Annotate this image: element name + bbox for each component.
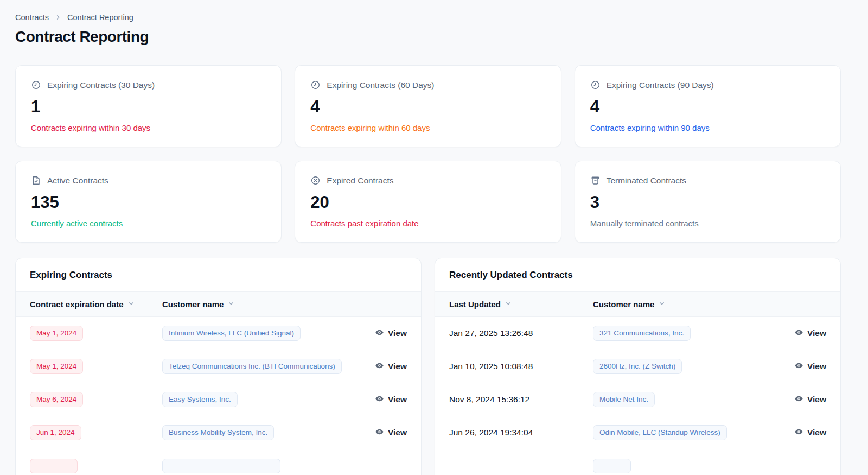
table-row: Jun 26, 2024 19:34:04 Odin Mobile, LLC (… <box>435 416 840 449</box>
chevron-down-icon <box>658 300 666 309</box>
expiring-contracts-table: Expiring Contracts Contract expiration d… <box>15 258 422 475</box>
last-updated-timestamp: Jun 26, 2024 19:34:04 <box>449 428 533 438</box>
eye-icon <box>794 361 803 372</box>
expiration-date-badge <box>30 459 78 473</box>
view-button[interactable]: View <box>375 361 407 372</box>
chevron-down-icon <box>505 300 512 309</box>
contract-reporting-page: Contracts Contract Reporting Contract Re… <box>0 0 868 475</box>
last-updated-timestamp: Nov 8, 2024 15:36:12 <box>449 395 529 404</box>
stat-card-value: 4 <box>310 97 545 117</box>
table-header-row: Contract expiration date Customer name <box>16 291 421 317</box>
table-title: Expiring Contracts <box>16 258 421 291</box>
stat-card-value: 3 <box>590 193 825 212</box>
table-row: May 1, 2024 Infinium Wireless, LLC (Unif… <box>16 317 421 350</box>
clock-icon <box>31 80 41 90</box>
view-button[interactable]: View <box>375 394 407 406</box>
eye-icon <box>375 361 384 372</box>
page-title: Contract Reporting <box>15 28 841 46</box>
expiration-date-badge: May 1, 2024 <box>30 359 83 375</box>
customer-name-badge[interactable]: Odin Mobile, LLC (Standup Wireless) <box>593 425 727 441</box>
file-check-icon <box>31 175 41 186</box>
view-button[interactable]: View <box>794 328 826 339</box>
stat-card-subtitle: Contracts expiring within 30 days <box>31 123 266 132</box>
last-updated-timestamp: Jan 10, 2025 10:08:48 <box>449 362 533 371</box>
customer-name-badge <box>162 459 280 473</box>
stat-card-subtitle: Contracts expiring within 60 days <box>310 123 545 132</box>
customer-name-badge[interactable]: Telzeq Communications Inc. (BTI Communic… <box>162 359 342 375</box>
stats-row-1: Expiring Contracts (30 Days) 1 Contracts… <box>15 65 841 147</box>
eye-icon <box>794 427 803 439</box>
table-row: Jan 27, 2025 13:26:48 321 Communications… <box>435 317 840 350</box>
expiration-date-badge: May 1, 2024 <box>30 326 83 341</box>
table-row: May 1, 2024 Telzeq Communications Inc. (… <box>16 350 421 383</box>
stat-card-label: Expiring Contracts (90 Days) <box>607 80 714 90</box>
stats-row-2: Active Contracts 135 Currently active co… <box>15 161 841 243</box>
customer-name-badge[interactable]: 2600Hz, Inc. (Z Switch) <box>593 359 682 375</box>
table-row: Nov 8, 2024 15:36:12 Mobile Net Inc. Vie… <box>435 383 840 416</box>
tables-section: Expiring Contracts Contract expiration d… <box>15 258 841 475</box>
stat-card-subtitle: Contracts past expiration date <box>310 219 545 228</box>
stat-card-label: Expiring Contracts (60 Days) <box>327 80 434 90</box>
sort-header-customer-name[interactable]: Customer name <box>162 300 363 309</box>
eye-icon <box>375 394 384 406</box>
stat-card-active: Active Contracts 135 Currently active co… <box>15 161 282 243</box>
clock-icon <box>590 80 601 90</box>
clock-icon <box>310 80 321 90</box>
circle-x-icon <box>310 175 321 186</box>
view-button[interactable]: View <box>794 394 826 406</box>
expiration-date-badge: Jun 1, 2024 <box>30 425 81 441</box>
stat-card-label: Active Contracts <box>47 176 108 186</box>
table-row-partial <box>435 449 840 475</box>
sort-header-customer-name[interactable]: Customer name <box>593 300 783 309</box>
customer-name-badge[interactable]: Business Mobility System, Inc. <box>162 425 274 441</box>
view-button[interactable]: View <box>375 328 407 339</box>
chevron-down-icon <box>127 300 135 309</box>
eye-icon <box>794 328 803 339</box>
eye-icon <box>375 427 384 439</box>
chevron-down-icon <box>227 300 235 309</box>
table-row-partial <box>16 449 421 475</box>
table-title: Recently Updated Contracts <box>435 258 840 291</box>
stat-card-value: 20 <box>310 193 545 212</box>
customer-name-badge[interactable]: Easy Systems, Inc. <box>162 392 238 408</box>
stat-card-label: Terminated Contracts <box>607 176 686 186</box>
stat-card-expired: Expired Contracts 20 Contracts past expi… <box>295 161 561 243</box>
sort-header-expiration-date[interactable]: Contract expiration date <box>30 300 162 309</box>
stat-card-expiring-30: Expiring Contracts (30 Days) 1 Contracts… <box>15 65 282 147</box>
stat-card-value: 4 <box>590 97 825 117</box>
stat-card-label: Expired Contracts <box>327 176 393 186</box>
customer-name-badge[interactable]: 321 Communications, Inc. <box>593 326 691 341</box>
last-updated-timestamp: Jan 27, 2025 13:26:48 <box>449 328 533 338</box>
view-button[interactable]: View <box>794 427 826 439</box>
breadcrumb-contract-reporting: Contract Reporting <box>67 13 133 22</box>
view-button[interactable]: View <box>375 427 407 439</box>
eye-icon <box>794 394 803 406</box>
stat-card-value: 1 <box>31 97 266 117</box>
trash-icon <box>590 175 601 186</box>
table-row: Jun 1, 2024 Business Mobility System, In… <box>16 416 421 449</box>
expiration-date-badge: May 6, 2024 <box>30 392 83 408</box>
recently-updated-contracts-table: Recently Updated Contracts Last Updated … <box>435 258 841 475</box>
stat-card-subtitle: Currently active contracts <box>31 219 266 228</box>
table-row: May 6, 2024 Easy Systems, Inc. View <box>16 383 421 416</box>
eye-icon <box>375 328 384 339</box>
breadcrumb-contracts[interactable]: Contracts <box>15 13 49 22</box>
stat-card-expiring-60: Expiring Contracts (60 Days) 4 Contracts… <box>295 65 561 147</box>
sort-header-last-updated[interactable]: Last Updated <box>449 300 593 309</box>
chevron-right-icon <box>54 14 62 21</box>
view-button[interactable]: View <box>794 361 826 372</box>
table-row: Jan 10, 2025 10:08:48 2600Hz, Inc. (Z Sw… <box>435 350 840 383</box>
breadcrumb: Contracts Contract Reporting <box>15 13 841 22</box>
customer-name-badge[interactable]: Mobile Net Inc. <box>593 392 655 408</box>
stat-card-value: 135 <box>31 193 266 212</box>
stat-card-subtitle: Contracts expiring within 90 days <box>590 123 825 132</box>
customer-name-badge[interactable]: Infinium Wireless, LLC (Unified Signal) <box>162 326 301 341</box>
stat-card-expiring-90: Expiring Contracts (90 Days) 4 Contracts… <box>575 65 841 147</box>
stat-card-label: Expiring Contracts (30 Days) <box>47 80 155 90</box>
stat-card-terminated: Terminated Contracts 3 Manually terminat… <box>575 161 841 243</box>
stat-card-subtitle: Manually terminated contracts <box>590 219 825 228</box>
table-header-row: Last Updated Customer name <box>435 291 840 317</box>
customer-name-badge <box>593 459 631 473</box>
